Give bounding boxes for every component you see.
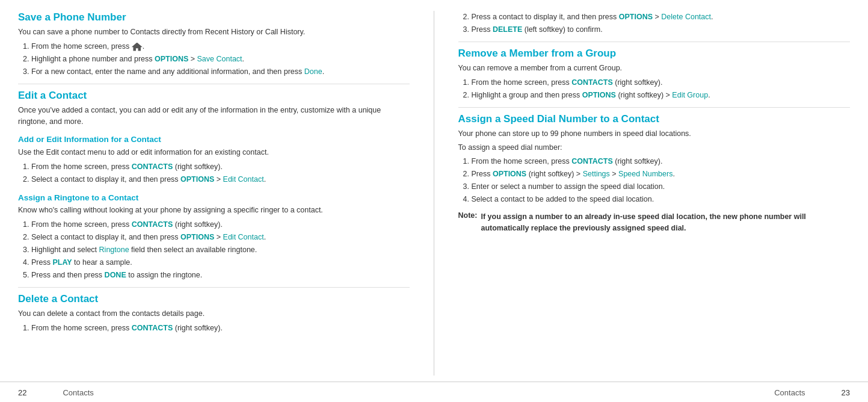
save-phone-number-body: You can save a phone number to Contacts … [18, 26, 410, 38]
ringtone-link: Ringtone [99, 246, 129, 254]
options-text: OPTIONS [180, 233, 214, 241]
right-footer-section: Contacts [774, 388, 805, 397]
edit-contact-link: Edit Contact [223, 175, 264, 184]
footer-right: Contacts 23 [774, 388, 850, 397]
list-item: Select a contact to display it, and then… [31, 173, 410, 185]
assign-speed-dial-body2: To assign a speed dial number: [458, 142, 851, 153]
remove-member-title: Remove a Member from a Group [458, 47, 851, 60]
list-item: Select a contact to display it, and then… [31, 231, 410, 243]
play-text: PLAY [52, 258, 72, 267]
list-item: Highlight a phone number and press OPTIO… [31, 53, 410, 65]
list-item: From the home screen, press CONTACTS (ri… [472, 155, 851, 167]
options-text: OPTIONS [493, 170, 526, 178]
remove-member-steps: From the home screen, press CONTACTS (ri… [472, 76, 851, 101]
divider [18, 84, 410, 84]
save-phone-number-steps: From the home screen, press . Highlight … [31, 40, 410, 78]
divider2 [18, 287, 410, 288]
assign-ringtone-body: Know who's calling without looking at yo… [18, 205, 410, 216]
options-text: OPTIONS [180, 175, 214, 184]
divider3 [458, 42, 851, 42]
list-item: Press OPTIONS (right softkey) > Settings… [472, 168, 851, 180]
edit-contact-body: Once you've added a contact, you can add… [18, 105, 410, 128]
list-item: Press PLAY to hear a sample. [31, 256, 410, 268]
remove-member-body: You can remove a member from a current G… [458, 63, 851, 74]
list-item: Enter or select a number to assign the s… [472, 181, 851, 193]
page-left: Save a Phone Number You can save a phone… [18, 11, 434, 376]
contacts-text: CONTACTS [571, 157, 613, 165]
divider4 [458, 107, 851, 108]
list-item: Press DELETE (left softkey) to confirm. [472, 23, 851, 36]
edit-group-link: Edit Group [672, 91, 708, 99]
list-item: Highlight and select Ringtone field then… [31, 244, 410, 256]
add-edit-info-title: Add or Edit Information for a Contact [18, 134, 410, 145]
right-page-number: 23 [842, 388, 850, 397]
delete-contact-title: Delete a Contact [18, 292, 410, 306]
delete-contact-steps: From the home screen, press CONTACTS (ri… [31, 322, 410, 334]
settings-link: Settings [583, 170, 610, 178]
speed-numbers-link: Speed Numbers [618, 170, 673, 178]
list-item: Highlight a group and then press OPTIONS… [472, 89, 851, 101]
assign-speed-dial-body: Your phone can store up to 99 phone numb… [458, 128, 851, 140]
assign-speed-dial-steps: From the home screen, press CONTACTS (ri… [472, 155, 851, 205]
done-link: Done [304, 67, 322, 76]
save-phone-number-title: Save a Phone Number [18, 11, 410, 24]
add-edit-info-body: Use the Edit contact menu to add or edit… [18, 147, 410, 158]
list-item: From the home screen, press CONTACTS (ri… [31, 161, 410, 173]
footer: 22 Contacts Contacts 23 [0, 382, 868, 402]
add-edit-info-steps: From the home screen, press CONTACTS (ri… [31, 161, 410, 185]
assign-ringtone-title: Assign a Ringtone to a Contact [18, 193, 410, 203]
options-text: OPTIONS [619, 13, 653, 21]
done-text: DONE [105, 271, 126, 279]
contacts-text: CONTACTS [571, 78, 613, 87]
contacts-text: CONTACTS [132, 220, 173, 229]
delete-contact-link: Delete Contact [661, 13, 711, 21]
list-item: For a new contact, enter the name and an… [31, 66, 410, 78]
list-item: Select a contact to be added to the spee… [472, 193, 851, 205]
delete-contact-body: You can delete a contact from the contac… [18, 308, 410, 320]
list-item: From the home screen, press CONTACTS (ri… [31, 322, 410, 334]
assign-ringtone-steps: From the home screen, press CONTACTS (ri… [31, 218, 410, 281]
contacts-text: CONTACTS [132, 162, 173, 171]
left-footer-section: Contacts [63, 388, 93, 397]
assign-speed-dial-title: Assign a Speed Dial Number to a Contact [458, 113, 851, 126]
list-item: From the home screen, press . [31, 40, 410, 52]
note-block: Note: If you assign a number to an alrea… [458, 211, 851, 234]
save-contact-link: Save Contact [197, 55, 242, 63]
delete-contact-continued-steps: Press a contact to display it, and then … [472, 11, 851, 36]
home-icon [132, 43, 143, 51]
edit-contact-title: Edit a Contact [18, 89, 410, 102]
note-text: If you assign a number to an already in-… [481, 211, 850, 234]
list-item: From the home screen, press CONTACTS (ri… [472, 76, 851, 88]
contacts-text: CONTACTS [132, 324, 173, 332]
list-item: From the home screen, press CONTACTS (ri… [31, 218, 410, 230]
list-item: Press and then press DONE to assign the … [31, 269, 410, 281]
options-text: OPTIONS [582, 91, 616, 99]
edit-contact-link2: Edit Contact [223, 233, 264, 241]
delete-text: DELETE [493, 25, 522, 34]
list-item: Press a contact to display it, and then … [472, 11, 851, 23]
options-text: OPTIONS [155, 55, 188, 63]
note-label: Note: [458, 211, 478, 234]
footer-left: 22 Contacts [18, 388, 94, 397]
page-right: Press a contact to display it, and then … [434, 11, 851, 376]
left-page-number: 22 [18, 388, 26, 397]
